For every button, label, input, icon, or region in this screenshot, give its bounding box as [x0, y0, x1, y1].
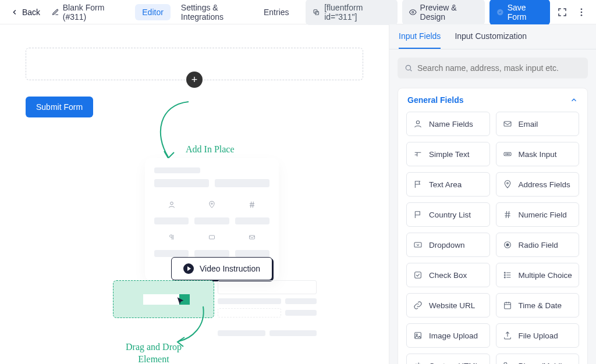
image-icon — [413, 331, 423, 340]
user-small-icon — [168, 201, 176, 209]
expand-icon — [557, 7, 567, 17]
list-icon — [502, 270, 513, 280]
svg-point-12 — [416, 121, 419, 124]
field-label: Radio Field — [519, 241, 558, 249]
field-label: Numeric Field — [519, 210, 567, 219]
field-label: Multiple Choice — [519, 271, 572, 280]
field-card[interactable]: Time & Date — [496, 293, 580, 317]
search-icon — [405, 64, 413, 72]
video-label: Video Instruction — [200, 264, 260, 273]
flag-icon — [413, 180, 423, 189]
svg-rect-19 — [414, 242, 421, 247]
svg-point-28 — [416, 334, 418, 336]
more-button[interactable] — [574, 4, 589, 20]
save-button[interactable]: Save Form — [489, 0, 550, 25]
field-card[interactable]: Check Box — [406, 263, 490, 287]
field-card[interactable]: Dropdown — [406, 233, 490, 257]
group-title: General Fields — [407, 95, 463, 105]
search-box[interactable] — [398, 58, 588, 78]
tab-settings[interactable]: Settings & Integrations — [174, 0, 253, 25]
para-small-icon — [168, 233, 175, 241]
field-card[interactable]: Multiple Choice — [496, 263, 580, 287]
field-card[interactable]: Email — [496, 112, 580, 136]
main-tabs: Editor Settings & Integrations Entries — [135, 0, 296, 25]
submit-button[interactable]: Submit Form — [26, 97, 93, 117]
svg-rect-10 — [250, 235, 255, 239]
back-label: Back — [22, 8, 40, 17]
field-label: File Upload — [519, 331, 558, 340]
svg-rect-27 — [415, 333, 421, 339]
svg-rect-13 — [504, 122, 511, 126]
field-label: Website URL — [429, 301, 475, 310]
field-card[interactable]: Simple Text — [406, 142, 490, 166]
svg-point-2 — [412, 11, 414, 13]
field-label: Phone/Mobile — [519, 362, 567, 365]
back-button[interactable]: Back — [7, 5, 44, 19]
field-card[interactable]: Address Fields — [496, 172, 580, 197]
save-label: Save Form — [508, 3, 544, 22]
add-field-button[interactable]: + — [186, 72, 203, 88]
field-card[interactable]: Name Fields — [406, 112, 490, 136]
field-card[interactable]: Numeric Field — [496, 202, 580, 227]
svg-rect-9 — [209, 235, 214, 239]
fullscreen-button[interactable] — [555, 4, 569, 20]
svg-rect-22 — [415, 272, 421, 279]
tab-entries[interactable]: Entries — [257, 4, 296, 20]
form-title-text: Blank Form (#311) — [63, 3, 124, 22]
dropzone[interactable]: + — [26, 48, 363, 80]
svg-point-25 — [504, 277, 505, 278]
field-label: Time & Date — [519, 301, 562, 310]
field-label: Country List — [429, 210, 471, 219]
video-instruction-button[interactable]: Video Instruction — [171, 257, 272, 280]
tab-input-customization[interactable]: Input Customization — [455, 31, 527, 49]
general-fields-group: General Fields Name FieldsEmailSimple Te… — [398, 88, 588, 364]
link-icon — [413, 301, 423, 310]
canvas[interactable]: + Submit Form Add In Place — [0, 24, 389, 364]
field-label: Email — [519, 120, 538, 129]
accordion-header[interactable]: General Fields — [398, 88, 587, 112]
check-icon — [413, 270, 423, 280]
field-card[interactable]: Text Area — [406, 172, 490, 197]
svg-point-24 — [504, 274, 505, 276]
field-label: Mask Input — [519, 150, 557, 159]
check-circle-icon — [496, 8, 504, 16]
svg-point-11 — [406, 65, 410, 70]
field-card[interactable]: Custom HTML — [406, 354, 490, 364]
pin-small-icon — [208, 201, 216, 209]
field-card[interactable]: Phone/Mobile — [496, 354, 580, 364]
field-label: Name Fields — [429, 120, 473, 129]
svg-point-5 — [581, 11, 583, 13]
field-card[interactable]: File Upload — [496, 323, 580, 348]
preview-button[interactable]: Preview & Design — [402, 0, 485, 25]
mask-icon — [502, 149, 513, 159]
search-input[interactable] — [417, 63, 581, 73]
svg-rect-14 — [504, 152, 511, 155]
field-card[interactable]: Mask Input — [496, 142, 580, 166]
field-card[interactable]: Radio Field — [496, 233, 580, 257]
field-card[interactable]: Image Upload — [406, 323, 490, 348]
country-icon — [413, 210, 423, 219]
layout-preview — [218, 280, 317, 336]
pin-icon — [502, 180, 513, 189]
field-label: Address Fields — [519, 180, 570, 189]
chevron-up-icon — [570, 96, 578, 104]
field-card[interactable]: Website URL — [406, 293, 490, 317]
field-label: Image Upload — [429, 331, 478, 340]
mail-icon — [502, 119, 513, 129]
shortcode-text: [fluentform id="311"] — [324, 3, 391, 22]
calendar-icon — [502, 301, 513, 310]
field-label: Check Box — [429, 271, 467, 280]
hash-icon — [502, 210, 513, 219]
tab-input-fields[interactable]: Input Fields — [399, 31, 441, 49]
shortcode-copy[interactable]: [fluentform id="311"] — [306, 0, 398, 25]
sidebar-tabs: Input Fields Input Customization — [389, 24, 596, 49]
dropdown-icon — [413, 240, 423, 249]
svg-point-23 — [504, 272, 505, 273]
tab-editor[interactable]: Editor — [135, 4, 171, 20]
svg-point-6 — [581, 14, 583, 16]
user-icon — [413, 119, 423, 129]
copy-icon — [313, 8, 320, 16]
form-title[interactable]: Blank Form (#311) — [48, 1, 127, 24]
card-small-icon — [207, 234, 217, 241]
field-card[interactable]: Country List — [406, 202, 490, 227]
